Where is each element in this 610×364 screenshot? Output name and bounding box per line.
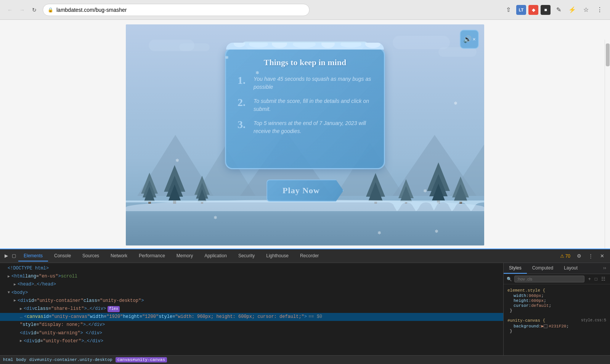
filter-icon: 🔍 [507,277,512,282]
snowflake-2: ❄ [255,70,259,75]
dom-dollar-sign: == $0 [308,313,322,321]
reload-button[interactable]: ↻ [29,5,40,15]
styles-tab-computed[interactable]: Computed [527,263,559,274]
mute-x: ✕ [472,37,476,42]
dom-head-tag: <head> [18,281,34,288]
snowflake-1: ❄ [225,55,229,60]
dom-lang-attr: lang [25,273,36,280]
tab-network[interactable]: Network [105,251,133,261]
snowflake-8: ❄ [435,229,438,234]
devtools-icon-inspect[interactable]: ▢ [10,251,18,261]
tab-application[interactable]: Application [199,251,232,261]
menu-button[interactable]: ⋮ [594,4,605,16]
extension-icon3[interactable]: ■ [541,5,551,15]
devtools-close-button[interactable]: ✕ [597,251,607,261]
dom-line-share-list[interactable]: ▶ <div class = "share-list" > … </div> f… [0,305,503,313]
devtools-tab-actions: ⚠ 70 ⚙ ⋮ ✕ [558,251,607,261]
play-now-button[interactable]: Play Now [266,180,344,202]
warning-badge: ⚠ 70 [558,253,573,259]
filter-layout-btn[interactable]: ☷ [600,276,607,282]
panel-item-3: 3. Top 5 winners at the end of 7 January… [238,119,372,135]
head-expand-icon[interactable]: ▶ [14,282,16,288]
css-selector-element-style: element.style { [507,288,606,293]
color-swatch[interactable] [544,324,547,328]
styles-tab-layout[interactable]: Layout [559,263,583,274]
dom-line-doctype[interactable]: <!DOCTYPE html> [0,265,503,273]
scrollbar-thumb[interactable] [606,43,610,66]
panel-title: Things to keep in mind [238,58,372,67]
dom-line-unity-container[interactable]: ▶ <div id = "unity-container" class = "u… [0,297,503,305]
snowflake-7: ❄ [377,230,381,236]
lock-icon: 🔒 [48,7,53,13]
tab-sources[interactable]: Sources [77,251,104,261]
dom-line-body[interactable]: ▼ <body> [0,289,503,297]
extension-icon2[interactable]: ◆ [528,5,538,15]
url-input[interactable] [56,7,305,13]
footer-expand-icon[interactable]: ▶ [20,338,22,344]
dom-line-head[interactable]: ▶ <head> … </head> [0,281,503,289]
back-button[interactable]: ← [5,5,15,15]
tab-lighthouse[interactable]: Lighthouse [261,251,294,261]
breadcrumb-div-unity-container[interactable]: div#unity-container.unity-desktop [29,358,112,362]
tab-memory[interactable]: Memory [171,251,198,261]
tab-console[interactable]: Console [49,251,76,261]
body-expand-icon[interactable]: ▼ [8,290,10,296]
devtools-icon-select[interactable]: ▶ [3,251,10,261]
dom-line-unity-footer[interactable]: ▶ <div id = "unity-footer" > … </div> [0,337,503,345]
styles-panel: Styles Computed Layout ›› 🔍 + □ ☷ [503,263,610,355]
panel-snow [226,43,384,50]
panel-text-3: Top 5 winners at the end of 7 January, 2… [254,119,372,135]
dom-id-attr: id [29,297,34,305]
dom-class-val: "unity-desktop" [100,297,141,305]
html-expand-icon[interactable]: ▶ [8,274,10,280]
address-bar[interactable]: 🔒 [43,4,310,16]
extensions-button[interactable]: ⚡ [567,4,578,16]
breadcrumb-html[interactable]: html [3,358,13,362]
devtools-more-button[interactable]: ⋮ [586,251,596,261]
dom-html-tag: <html [11,273,25,280]
dom-id-val: "unity-container" [37,297,83,305]
unity-container-expand-icon[interactable]: ▶ [14,298,16,304]
styles-panel-chevron[interactable]: ›› [599,263,610,274]
extension-lambdatest[interactable]: LT [516,5,526,15]
css-rule-unity-canvas: #unity-canvas { style.css:5 background :… [504,317,610,335]
css-prop-background: background : ▶ #231F20 ; [507,324,606,329]
breadcrumb-body[interactable]: body [16,358,26,362]
devtools-body: <!DOCTYPE html> ▶ <html lang = "en-us" >… [0,263,610,355]
dom-panel[interactable]: <!DOCTYPE html> ▶ <html lang = "en-us" >… [0,263,503,355]
mute-button[interactable]: 🔊 ✕ [460,30,479,49]
tab-security[interactable]: Security [233,251,260,261]
css-rule-element-style: element.style { width : 960px ; height :… [504,287,610,314]
browser-chrome: ← → ↻ 🔒 ⇧ LT ◆ ■ ✎ ⚡ ☆ ⋮ [0,0,610,20]
game-container[interactable]: Things to keep in mind 1. You have 45 se… [126,24,484,245]
devtools-settings-button[interactable]: ⚙ [574,251,584,261]
breadcrumb-canvas[interactable]: canvas#unity-canvas [116,357,167,362]
snowflake-4: ❄ [175,158,179,163]
favorites-button[interactable]: ☆ [580,4,592,16]
info-panel: Things to keep in mind 1. You have 45 se… [225,47,385,169]
game-viewport: Things to keep in mind 1. You have 45 se… [0,20,610,268]
dom-head-close: </head> [37,281,56,288]
viewport-scrollbar[interactable] [605,40,610,268]
tab-elements[interactable]: Elements [18,251,48,261]
dom-line-html[interactable]: ▶ <html lang = "en-us" > scroll [0,273,503,281]
tab-performance[interactable]: Performance [133,251,170,261]
share-list-expand-icon[interactable]: ▶ [20,306,22,312]
styles-tab-bar: Styles Computed Layout ›› [504,263,610,274]
dom-head-ellipsis: … [34,281,37,288]
share-button[interactable]: ⇧ [502,4,514,16]
styles-content[interactable]: element.style { width : 960px ; height :… [504,284,610,355]
styles-filter-input[interactable] [514,276,584,282]
dom-line-8[interactable]: " style = "display: none;" > … </div> [0,321,503,329]
dom-body-tag: <body> [11,289,28,297]
dom-line-canvas[interactable]: … < canvas id = "unity-canvas" width = "… [0,313,503,321]
filter-copy-btn[interactable]: □ [593,276,599,282]
dom-line-unity-warning[interactable]: <div id = "unity-warning" > </div> [0,329,503,337]
tab-recorder[interactable]: Recorder [295,251,324,261]
styles-tab-styles[interactable]: Styles [504,263,527,274]
dom-doctype-text: <!DOCTYPE html> [8,265,49,272]
edit-button[interactable]: ✎ [553,4,564,16]
forward-button[interactable]: → [17,5,27,15]
filter-add-btn[interactable]: + [587,276,592,282]
dom-html-scroll: scroll [61,273,77,280]
